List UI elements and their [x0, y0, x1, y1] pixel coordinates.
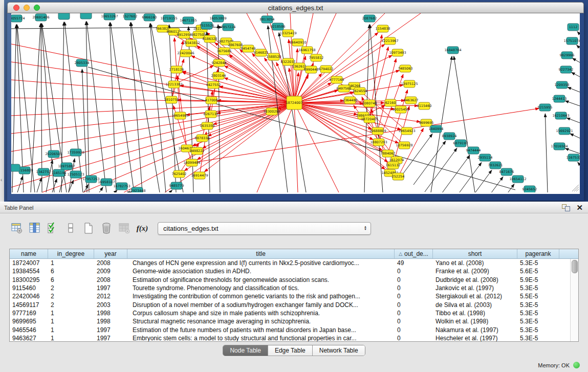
table-cell[interactable]: 9465546 — [10, 326, 48, 334]
unselect-all-icon[interactable] — [64, 222, 77, 235]
table-mode-icon[interactable] — [10, 222, 24, 235]
citation-edge[interactable] — [294, 103, 399, 143]
citation-edge[interactable] — [577, 32, 580, 34]
table-cell[interactable]: 2008 — [94, 259, 127, 267]
table-cell[interactable]: 0 — [395, 335, 433, 341]
citation-edge[interactable] — [341, 84, 404, 145]
table-cell[interactable]: 2 — [48, 293, 94, 300]
citation-edge[interactable] — [578, 162, 580, 165]
table-cell[interactable]: 1998 — [94, 310, 127, 317]
window-titlebar[interactable]: citations_edges.txt — [7, 2, 584, 13]
citation-edge[interactable] — [11, 103, 294, 169]
table-cell[interactable]: Dudbridge et al. (2008) — [433, 276, 517, 283]
table-cell[interactable]: 5.3E-5 — [517, 285, 559, 292]
citation-network-graph[interactable]: 1872400718300295766382298601238912954182… — [11, 13, 580, 192]
table-cell[interactable]: 5.6E-5 — [517, 268, 559, 275]
citation-edge[interactable] — [364, 25, 369, 192]
table-cell[interactable]: Embryonic stem cells: a model to study s… — [127, 335, 395, 341]
table-row[interactable]: 2242004622012Investigating the contribut… — [10, 292, 571, 300]
citation-edge[interactable] — [86, 21, 106, 192]
table-row[interactable]: 946362711997Embryonic stem cells: a mode… — [10, 334, 571, 341]
citation-edge[interactable] — [425, 148, 457, 192]
citation-edge[interactable] — [431, 56, 452, 192]
function-builder-icon[interactable]: f(x) — [136, 222, 149, 235]
citation-edge[interactable] — [568, 87, 580, 92]
table-cell[interactable]: 18724007 — [10, 259, 48, 267]
panel-collapse-handle[interactable]: ‹ — [1, 177, 2, 183]
table-row[interactable]: 1938455462009Genome-wide association stu… — [10, 267, 571, 275]
table-cell[interactable]: 9777169 — [10, 310, 48, 317]
citation-edge[interactable] — [41, 24, 54, 192]
table-row[interactable]: 969969511998Structural magnetic resonanc… — [10, 317, 571, 325]
citation-edge[interactable] — [398, 128, 423, 177]
vertical-scrollbar[interactable] — [570, 259, 578, 341]
network-canvas[interactable]: 1872400718300295766382298601238912954182… — [11, 13, 580, 194]
citation-edge[interactable] — [460, 170, 492, 192]
table-cell[interactable]: 0 — [395, 301, 433, 309]
table-cell[interactable]: 2008 — [94, 276, 127, 283]
tab-node-table[interactable]: Node Table — [223, 345, 268, 356]
citation-edge[interactable] — [99, 187, 103, 192]
table-cell[interactable]: Yano et al. (2008) — [433, 259, 517, 267]
table-cell[interactable]: 1 — [48, 335, 94, 341]
table-cell[interactable]: 6 — [48, 276, 94, 283]
table-cell[interactable]: Wolkin et al. (1998) — [433, 318, 517, 325]
table-cell[interactable]: 18300295 — [10, 276, 48, 283]
table-cell[interactable]: 2012 — [94, 293, 127, 300]
citation-edge[interactable] — [279, 33, 306, 192]
table-cell[interactable]: Jankovic et al. (1997) — [433, 285, 517, 292]
citation-edge[interactable] — [37, 178, 41, 192]
float-panel-icon[interactable] — [562, 204, 570, 211]
column-header-pagerank[interactable]: pagerank — [517, 249, 559, 258]
column-header-title[interactable]: title — [127, 249, 395, 258]
scrollbar-thumb[interactable] — [572, 260, 578, 273]
citation-edge[interactable] — [11, 103, 294, 151]
citation-edge[interactable] — [565, 101, 580, 106]
citation-edge[interactable] — [454, 56, 475, 192]
column-header-in-degree[interactable]: in_degree — [48, 249, 94, 258]
table-cell[interactable]: 0 — [395, 293, 433, 300]
tab-network-table[interactable]: Network Table — [312, 345, 365, 356]
table-row[interactable]: 1872400712008Changes of HCN gene express… — [10, 259, 571, 267]
column-header-name[interactable]: name — [10, 249, 48, 258]
citation-edge[interactable] — [46, 160, 53, 192]
table-cell[interactable]: Nakamura et al. (1997) — [433, 326, 517, 334]
table-cell[interactable]: 5.3E-5 — [517, 335, 559, 341]
table-cell[interactable]: 0 — [395, 285, 433, 292]
citation-edge[interactable] — [130, 23, 142, 192]
tab-edge-table[interactable]: Edge Table — [268, 345, 312, 356]
citation-edge[interactable] — [294, 103, 298, 192]
close-panel-icon[interactable]: ✕ — [576, 204, 583, 211]
table-row[interactable]: 911546021997Tourette syndrome. Phenomeno… — [10, 284, 571, 292]
table-cell[interactable]: 14569117 — [10, 301, 48, 309]
citation-edge[interactable] — [413, 141, 446, 185]
citation-edge[interactable] — [203, 103, 294, 148]
table-cell[interactable]: 6 — [48, 268, 94, 275]
table-cell[interactable]: Investigating the contribution of common… — [127, 293, 395, 300]
table-cell[interactable]: Genome-wide association studies in ADHD. — [127, 268, 395, 275]
table-cell[interactable]: Disruption of a novel member of a sodium… — [127, 301, 395, 309]
column-header-year[interactable]: year — [94, 249, 127, 258]
table-cell[interactable]: 5.3E-5 — [517, 259, 559, 267]
table-cell[interactable]: 0 — [395, 310, 433, 317]
table-row[interactable]: 1456911722003Disruption of a novel membe… — [10, 300, 571, 309]
citation-edge[interactable] — [572, 73, 580, 77]
citation-edge[interactable] — [577, 45, 580, 48]
citation-edge[interactable] — [86, 21, 89, 192]
citation-edge[interactable] — [565, 148, 580, 154]
citation-edge[interactable] — [110, 23, 116, 192]
new-column-icon[interactable] — [82, 222, 95, 235]
graph-node[interactable] — [11, 164, 20, 171]
citation-edge[interactable] — [570, 134, 580, 138]
citation-edge[interactable] — [11, 98, 294, 103]
table-cell[interactable]: 9115460 — [10, 285, 48, 292]
citation-edge[interactable] — [41, 24, 42, 192]
citation-edge[interactable] — [400, 134, 432, 178]
canvas-resize-handle[interactable] — [574, 187, 579, 191]
table-cell[interactable]: Franke et al. (2009) — [433, 268, 517, 275]
table-cell[interactable]: 1 — [48, 326, 94, 334]
citation-edge[interactable] — [175, 38, 177, 70]
table-cell[interactable]: 0 — [395, 268, 433, 275]
delete-column-icon[interactable] — [100, 222, 113, 235]
table-cell[interactable]: Hescheler et al. (1997) — [433, 335, 517, 341]
